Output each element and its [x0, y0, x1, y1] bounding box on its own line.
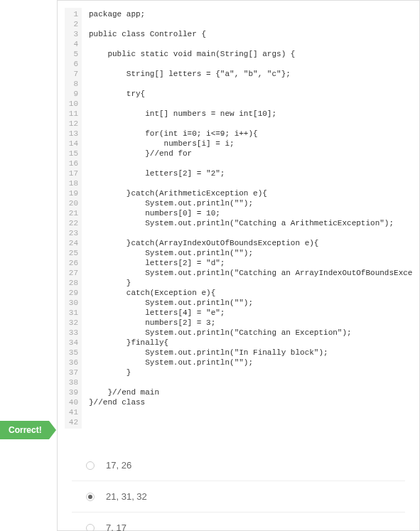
code-line: numbers[i] = i; — [89, 139, 412, 149]
code-line: letters[4] = "e"; — [89, 308, 412, 318]
code-line: }catch(ArithmeticException e){ — [89, 188, 412, 198]
radio-icon[interactable] — [86, 493, 95, 501]
code-line: numbers[0] = 10; — [89, 208, 412, 218]
line-number: 12 — [67, 119, 78, 129]
content-area: 1234567891011121314151617181920212223242… — [57, 0, 420, 531]
line-number: 16 — [67, 159, 78, 168]
line-number: 7 — [67, 69, 78, 79]
line-number: 39 — [67, 387, 78, 397]
line-number: 17 — [67, 168, 78, 178]
line-number: 30 — [67, 298, 78, 308]
code-line — [89, 417, 412, 427]
line-number: 41 — [67, 407, 78, 417]
code-line — [89, 19, 412, 29]
line-number: 20 — [67, 198, 78, 208]
line-number: 2 — [67, 19, 78, 29]
code-line: numbers[2] = 3; — [89, 318, 412, 328]
line-number: 40 — [67, 397, 78, 407]
answer-label: 17, 26 — [106, 460, 131, 471]
line-number: 38 — [67, 377, 78, 387]
code-line: letters[2] = "2"; — [89, 168, 412, 178]
code-line: System.out.println(""); — [89, 298, 412, 308]
line-number: 6 — [67, 59, 78, 69]
line-number: 8 — [67, 79, 78, 89]
radio-icon[interactable] — [86, 461, 95, 470]
code-line — [89, 178, 412, 188]
answer-list: 17, 26 21, 31, 32 7, 17 17 — [58, 443, 419, 531]
correct-badge-label: Correct! — [9, 425, 42, 435]
answer-label: 7, 17 — [106, 522, 126, 531]
line-number: 25 — [67, 248, 78, 258]
line-number: 26 — [67, 258, 78, 268]
code-line — [89, 228, 412, 238]
code-line: catch(Exception e){ — [89, 288, 412, 298]
line-number: 35 — [67, 348, 78, 358]
code-line: } — [89, 368, 412, 377]
code-line: System.out.println(""); — [89, 198, 412, 208]
code-line: }catch(ArrayIndexOutOfBoundsException e)… — [89, 238, 412, 248]
line-number: 27 — [67, 268, 78, 278]
code-line: }//end class — [89, 397, 412, 407]
line-number: 15 — [67, 149, 78, 159]
code-lines: package app;public class Controller { pu… — [82, 8, 412, 429]
code-line: System.out.println(""); — [89, 358, 412, 368]
line-number-gutter: 1234567891011121314151617181920212223242… — [65, 8, 82, 429]
line-number: 34 — [67, 338, 78, 348]
line-number: 29 — [67, 288, 78, 298]
line-number: 32 — [67, 318, 78, 328]
line-number: 14 — [67, 139, 78, 149]
line-number: 13 — [67, 129, 78, 139]
code-line — [89, 39, 412, 49]
code-line: public static void main(String[] args) { — [89, 49, 412, 59]
answer-option[interactable]: 21, 31, 32 — [72, 481, 405, 513]
code-line: }//end for — [89, 149, 412, 159]
line-number: 3 — [67, 29, 78, 39]
radio-icon[interactable] — [86, 524, 95, 532]
code-line — [89, 377, 412, 387]
line-number: 37 — [67, 368, 78, 377]
code-line: }//end main — [89, 387, 412, 397]
answer-option[interactable]: 17, 26 — [72, 450, 405, 481]
code-line: try{ — [89, 89, 412, 99]
line-number: 33 — [67, 328, 78, 338]
line-number: 36 — [67, 358, 78, 368]
code-line: } — [89, 278, 412, 288]
line-number: 11 — [67, 109, 78, 119]
line-number: 18 — [67, 178, 78, 188]
code-line: System.out.println("In Finally block"); — [89, 348, 412, 358]
line-number: 28 — [67, 278, 78, 288]
line-number: 5 — [67, 49, 78, 59]
line-number: 21 — [67, 208, 78, 218]
answer-label: 21, 31, 32 — [106, 491, 147, 502]
line-number: 19 — [67, 188, 78, 198]
code-line: System.out.println("Catching a Arithmeti… — [89, 218, 412, 228]
code-line: }finally{ — [89, 338, 412, 348]
line-number: 4 — [67, 39, 78, 49]
code-line — [89, 99, 412, 109]
line-number: 31 — [67, 308, 78, 318]
code-line: int[] numbers = new int[10]; — [89, 109, 412, 119]
code-line — [89, 119, 412, 129]
code-line — [89, 79, 412, 89]
correct-badge: Correct! — [0, 421, 49, 439]
line-number: 10 — [67, 99, 78, 109]
code-line: String[] letters = {"a", "b", "c"}; — [89, 69, 412, 79]
answer-option[interactable]: 7, 17 — [72, 513, 405, 531]
code-line: package app; — [89, 9, 412, 19]
code-line: System.out.println("Catching an Exceptio… — [89, 328, 412, 338]
line-number: 1 — [67, 9, 78, 19]
code-line: public class Controller { — [89, 29, 412, 39]
code-line: System.out.println("Catching an ArrayInd… — [89, 268, 412, 278]
line-number: 24 — [67, 238, 78, 248]
line-number: 23 — [67, 228, 78, 238]
code-line: for(int i=0; i<=9; i++){ — [89, 129, 412, 139]
code-line — [89, 407, 412, 417]
code-line: System.out.println(""); — [89, 248, 412, 258]
code-line — [89, 59, 412, 69]
line-number: 42 — [67, 417, 78, 427]
code-line — [89, 159, 412, 168]
line-number: 9 — [67, 89, 78, 99]
code-block: 1234567891011121314151617181920212223242… — [65, 8, 412, 429]
code-line: letters[2] = "d"; — [89, 258, 412, 268]
line-number: 22 — [67, 218, 78, 228]
